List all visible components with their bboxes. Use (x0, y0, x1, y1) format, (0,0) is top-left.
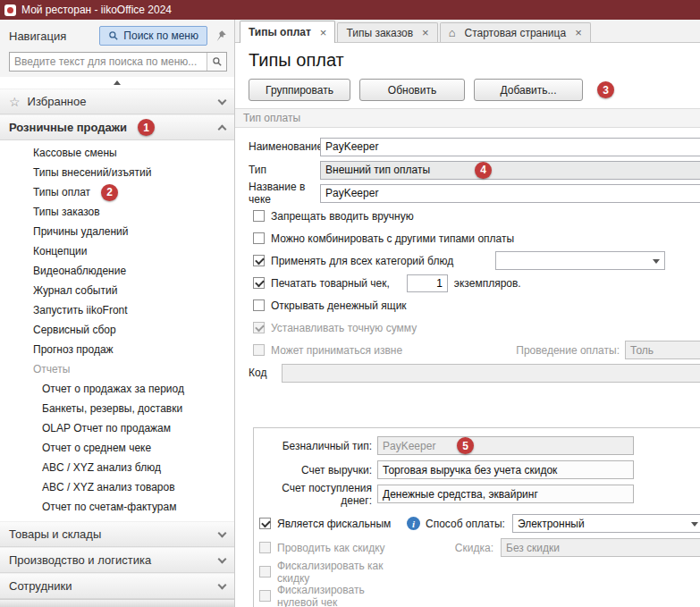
sidebar-item-sales-forecast[interactable]: Прогноз продаж (0, 340, 234, 359)
sidebar-section-goods-warehouses[interactable]: Товары и склады (0, 521, 234, 547)
tab-start-page[interactable]: ⌂ Стартовая страница × (440, 22, 591, 42)
row-fiscalize-as-discount: Фискализировать как скидку (259, 560, 700, 584)
name-label: Наименование (249, 140, 320, 153)
navigation-title: Навигация (9, 30, 66, 43)
sidebar-item-sales-period-report[interactable]: Отчет о продажах за период (0, 379, 234, 399)
check-row-all-dish-categories: Применять для всех категорий блюд (253, 249, 700, 272)
sidebar-item-deletion-reasons[interactable]: Причины удалений (0, 222, 234, 241)
payment-processing-label: Проведение оплаты: (516, 344, 620, 357)
cashless-settings-groupbox: Безналичный тип: PayKeeper 5 Счет выручк… (253, 427, 700, 607)
sidebar-section-production-logistics[interactable]: Производство и логистика (0, 547, 234, 573)
sidebar-item-service-charge[interactable]: Сервисный сбор (0, 320, 234, 340)
checkbox-is-fiscal[interactable] (259, 518, 271, 529)
tab-payment-types[interactable]: Типы оплат × (240, 21, 335, 43)
chevron-down-icon (218, 96, 227, 105)
callout-3: 3 (597, 81, 614, 98)
code-label: Код (249, 367, 282, 379)
search-menu-button[interactable]: Поиск по меню (99, 26, 207, 46)
add-button[interactable]: Добавить... (474, 79, 583, 101)
refresh-button[interactable]: Обновить (359, 79, 465, 101)
field-row-receipt-name: Название в чеке (249, 181, 700, 205)
field-row-type: Тип Внешний тип оплаты 4 (249, 158, 700, 181)
sidebar-item-olap-sales-report[interactable]: OLAP Отчет по продажам (0, 418, 234, 438)
tab-order-types[interactable]: Типы заказов × (337, 22, 437, 42)
sidebar-item-event-log[interactable]: Журнал событий (0, 281, 234, 300)
sidebar-section-favorites[interactable]: ☆ Избранное (0, 89, 234, 114)
sidebar-item-abc-xyz-dishes[interactable]: ABC / XYZ анализ блюд (0, 458, 234, 477)
field-row-code: Код (249, 361, 700, 384)
sidebar-item-cash-shifts[interactable]: Кассовые смены (0, 143, 234, 163)
navigation-panel: Навигация Поиск по меню ☆ Избранное Розн… (0, 20, 235, 607)
callout-1: 1 (138, 119, 155, 136)
callout-2: 2 (101, 184, 118, 201)
close-icon[interactable]: × (575, 26, 582, 39)
grid-group-header[interactable]: Тип оплаты (235, 108, 700, 128)
search-icon (108, 30, 119, 41)
navigation-header-area: Навигация Поиск по меню (0, 20, 234, 77)
sidebar-item-abc-xyz-goods[interactable]: ABC / XYZ анализ товаров (0, 477, 234, 497)
nav-scroll-up-button[interactable] (0, 77, 234, 89)
sidebar-item-concepts[interactable]: Концепции (0, 241, 234, 261)
checkbox-fiscalize-as-discount (259, 566, 271, 577)
close-icon[interactable]: × (422, 26, 429, 39)
payment-processing-select: Толь (625, 341, 700, 359)
type-select[interactable]: Внешний тип оплаты 4 (320, 161, 700, 180)
copies-input[interactable] (407, 274, 448, 292)
cashless-type-input: PayKeeper 5 (377, 436, 634, 455)
checkbox-print-sales-receipt[interactable] (253, 277, 265, 289)
payment-method-label: Способ оплаты: (426, 518, 505, 530)
check-row-exact-amount: Устанавливать точную сумму (253, 316, 700, 339)
chevron-down-icon (218, 528, 227, 537)
sidebar-item-video-surveillance[interactable]: Видеонаблюдение (0, 261, 234, 281)
page-title: Типы оплат (249, 50, 700, 72)
cash-account-select[interactable]: Денежные средства, эквайринг (377, 485, 634, 503)
tab-bar: Типы оплат × Типы заказов × ⌂ Стартовая … (235, 20, 700, 43)
sidebar-item-banquets-reserves-deliveries[interactable]: Банкеты, резервы, доставки (0, 399, 234, 418)
toolbar: Группировать Обновить Добавить... 3 (249, 79, 700, 101)
revenue-account-label: Счет выручки: (259, 464, 377, 476)
payment-types-page: Типы оплат Группировать Обновить Добавит… (235, 43, 700, 607)
window-titlebar: Мой ресторан - iikoOffice 2024 (0, 0, 700, 20)
sidebar-bottom-strip (0, 599, 234, 607)
payment-method-select[interactable]: Электронный (512, 514, 700, 533)
sidebar-item-deposit-withdrawal-types[interactable]: Типы внесений/изъятий (0, 163, 234, 182)
name-input[interactable] (320, 138, 700, 156)
menu-search-go-button[interactable] (207, 53, 226, 71)
sidebar-item-invoice-report[interactable]: Отчет по счетам-фактурам (0, 497, 234, 517)
chevron-down-icon (691, 522, 698, 527)
dish-categories-select[interactable] (495, 251, 665, 270)
home-icon: ⌂ (449, 26, 456, 39)
checkbox-combine-with-other-types[interactable] (253, 232, 265, 244)
checkbox-no-manual-entry[interactable] (253, 210, 265, 222)
code-input (282, 364, 700, 383)
chevron-up-icon (218, 125, 227, 134)
checkbox-all-dish-categories[interactable] (253, 255, 265, 266)
menu-search-input[interactable] (10, 53, 207, 71)
sidebar-section-staff[interactable]: Сотрудники (0, 573, 234, 599)
sidebar-item-average-check-report[interactable]: Отчет о среднем чеке (0, 438, 234, 458)
chevron-down-icon (218, 554, 227, 563)
checkbox-open-cash-drawer[interactable] (253, 299, 265, 311)
sidebar-item-list: Кассовые смены Типы внесений/изъятий Тип… (0, 140, 234, 521)
sidebar-section-retail-sales[interactable]: Розничные продажи 1 (0, 114, 234, 140)
sidebar-item-payment-types[interactable]: Типы оплат 2 (0, 182, 234, 202)
pin-icon[interactable] (215, 30, 227, 42)
search-icon (212, 56, 223, 67)
sidebar-item-reports-header: Отчеты (0, 359, 234, 379)
row-as-discount: Проводить как скидку Скидка: Без скидки (259, 535, 700, 560)
field-row-cashless-type: Безналичный тип: PayKeeper 5 (259, 434, 700, 458)
revenue-account-select[interactable]: Торговая выручка без учета скидок (377, 460, 634, 479)
close-icon[interactable]: × (320, 26, 327, 39)
menu-search-box (9, 52, 227, 72)
callout-5: 5 (457, 437, 474, 454)
sidebar-item-order-types[interactable]: Типы заказов (0, 202, 234, 222)
group-button[interactable]: Группировать (249, 79, 350, 101)
row-fiscal: Является фискальным i Способ оплаты: Эле… (259, 511, 700, 535)
callout-4: 4 (475, 162, 492, 179)
receipt-name-input[interactable] (320, 184, 700, 203)
row-fiscalize-zero-receipt: Фискализировать нулевой чек (259, 584, 700, 607)
sidebar-item-label: Типы оплат (33, 186, 90, 198)
checkbox-accept-external (253, 344, 265, 356)
sidebar-item-launch-iikofront[interactable]: Запустить iikoFront (0, 300, 234, 320)
triangle-up-icon (114, 80, 121, 85)
